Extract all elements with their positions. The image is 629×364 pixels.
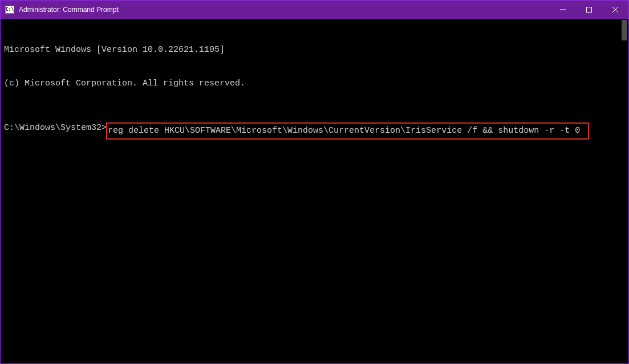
app-icon: C:\ (5, 6, 14, 14)
terminal-content[interactable]: Microsoft Windows [Version 10.0.22621.11… (1, 19, 628, 363)
close-button[interactable] (602, 1, 628, 19)
close-icon (612, 7, 618, 13)
maximize-icon (586, 7, 592, 13)
maximize-button[interactable] (576, 1, 602, 19)
app-icon-text: C:\ (6, 7, 14, 12)
scrollbar-thumb[interactable] (622, 20, 627, 40)
terminal-prompt: C:\Windows\System32> (4, 122, 107, 134)
scrollbar-track[interactable] (620, 19, 628, 363)
title-left: C:\ Administrator: Command Prompt (5, 6, 119, 14)
svg-rect-1 (587, 7, 592, 13)
terminal-command-highlight: reg delete HKCU\SOFTWARE\Microsoft\Windo… (106, 122, 589, 140)
minimize-button[interactable] (550, 1, 576, 19)
terminal-copyright-line: (c) Microsoft Corporation. All rights re… (4, 78, 625, 89)
title-bar[interactable]: C:\ Administrator: Command Prompt (1, 1, 628, 19)
command-prompt-window: C:\ Administrator: Command Prompt (0, 0, 629, 364)
terminal-prompt-line: C:\Windows\System32>reg delete HKCU\SOFT… (4, 122, 625, 140)
window-controls (550, 1, 628, 19)
minimize-icon (560, 7, 566, 13)
terminal-version-line: Microsoft Windows [Version 10.0.22621.11… (4, 44, 625, 56)
window-title: Administrator: Command Prompt (19, 6, 119, 14)
